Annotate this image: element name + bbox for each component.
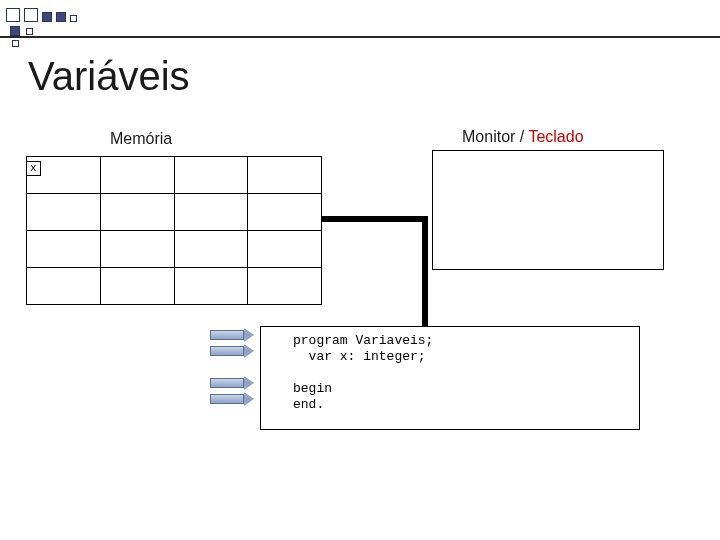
connector-vertical	[422, 216, 428, 330]
memory-cell: x	[27, 157, 101, 194]
arrow-icon	[210, 346, 254, 356]
memory-cell	[174, 231, 248, 268]
memory-cell	[100, 268, 174, 305]
top-rule	[0, 36, 720, 38]
arrow-icon	[210, 378, 254, 388]
memory-cell	[100, 231, 174, 268]
code-line: program Variaveis;	[293, 333, 433, 348]
memory-cell	[27, 231, 101, 268]
arrow-icon	[210, 394, 254, 404]
memory-cell	[100, 157, 174, 194]
teclado-word: Teclado	[528, 128, 583, 145]
code-line: end.	[293, 397, 324, 412]
code-line: begin	[293, 381, 332, 396]
arrow-icon	[210, 330, 254, 340]
code-line: var x: integer;	[293, 349, 426, 364]
monitor-prefix: Monitor /	[462, 128, 528, 145]
memory-cell	[248, 194, 322, 231]
memory-cell	[248, 157, 322, 194]
memory-cell	[248, 231, 322, 268]
memory-cell	[27, 194, 101, 231]
memory-cell	[27, 268, 101, 305]
memory-cell	[248, 268, 322, 305]
memory-cell	[174, 268, 248, 305]
code-box: program Variaveis; var x: integer; begin…	[260, 326, 640, 430]
memory-label: Memória	[110, 130, 172, 148]
monitor-box	[432, 150, 664, 270]
memory-grid: x	[26, 156, 322, 304]
memory-cell	[100, 194, 174, 231]
memory-cell	[174, 194, 248, 231]
monitor-label: Monitor / Teclado	[462, 128, 584, 146]
connector-horizontal	[322, 216, 428, 222]
memory-cell-label: x	[26, 161, 41, 176]
memory-cell	[174, 157, 248, 194]
page-title: Variáveis	[28, 54, 190, 99]
